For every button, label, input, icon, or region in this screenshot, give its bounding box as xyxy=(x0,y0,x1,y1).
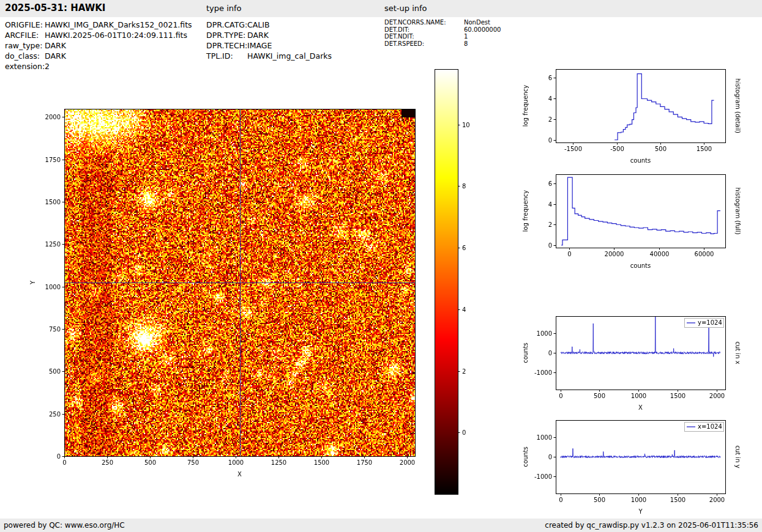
type-info-row: DPR.TECH:IMAGE xyxy=(206,41,332,51)
field-label: DPR.TYPE: xyxy=(206,31,247,40)
page-title: 2025-05-31: HAWKI xyxy=(5,2,105,13)
histogram-full-figure xyxy=(520,166,762,275)
raw-image-figure xyxy=(12,58,508,511)
type-info-heading: type info xyxy=(206,4,242,13)
field-label: DPR.CATG: xyxy=(206,20,247,29)
field-label: DET.DIT: xyxy=(384,26,464,33)
type-info-row: DPR.TYPE:DARK xyxy=(206,31,332,41)
field-value: DARK xyxy=(247,31,269,40)
field-label: DET.NCORRS.NAME: xyxy=(384,19,464,26)
footer-left-text: powered by QC: www.eso.org/HC xyxy=(4,521,125,530)
field-label: DET.NDIT: xyxy=(384,33,464,40)
field-label: DPR.TECH: xyxy=(206,41,247,50)
histogram-detail-figure xyxy=(520,61,762,170)
field-value: CALIB xyxy=(247,20,270,29)
field-value: 1 xyxy=(464,33,468,40)
setup-info-row: DET.NDIT:1 xyxy=(384,33,501,40)
setup-info-row: DET.NCORRS.NAME:NonDest xyxy=(384,19,501,26)
field-value: 8 xyxy=(464,40,468,47)
footer-right-text: created by qc_rawdisp.py v1.2.3 on 2025-… xyxy=(545,521,758,530)
type-info-row: DPR.CATG:CALIB xyxy=(206,20,332,31)
field-label: raw_type: xyxy=(5,41,45,50)
file-info-row: ORIGFILE:HAWKI_IMG_DARK_Darks152_0021.fi… xyxy=(5,20,192,31)
file-info-row: raw_type:DARK xyxy=(5,41,192,51)
field-value: 60.0000000 xyxy=(464,26,501,33)
file-info-row: ARCFILE:HAWKI.2025-06-01T10:24:09.111.fi… xyxy=(5,31,192,41)
header-bar: 2025-05-31: HAWKI type info set-up info xyxy=(0,0,762,17)
field-label: ORIGFILE: xyxy=(5,20,45,29)
setup-info-row: DET.DIT:60.0000000 xyxy=(384,26,501,34)
cut-in-y-figure xyxy=(520,412,762,521)
cut-in-x-figure xyxy=(520,308,762,417)
setup-info-row: DET.RSPEED:8 xyxy=(384,40,501,48)
field-value: HAWKI.2025-06-01T10:24:09.111.fits xyxy=(45,31,187,40)
field-value: NonDest xyxy=(464,19,490,26)
field-label: ARCFILE: xyxy=(5,31,45,40)
setup-info-block: DET.NCORRS.NAME:NonDest DET.DIT:60.00000… xyxy=(384,19,501,47)
type-info-block: DPR.CATG:CALIB DPR.TYPE:DARK DPR.TECH:IM… xyxy=(206,20,332,62)
field-value: DARK xyxy=(45,41,66,50)
field-label: DET.RSPEED: xyxy=(384,40,464,47)
field-value: HAWKI_IMG_DARK_Darks152_0021.fits xyxy=(45,20,192,29)
setup-info-heading: set-up info xyxy=(384,4,427,13)
footer-bar: powered by QC: www.eso.org/HC created by… xyxy=(0,519,762,532)
field-value: IMAGE xyxy=(247,41,272,50)
